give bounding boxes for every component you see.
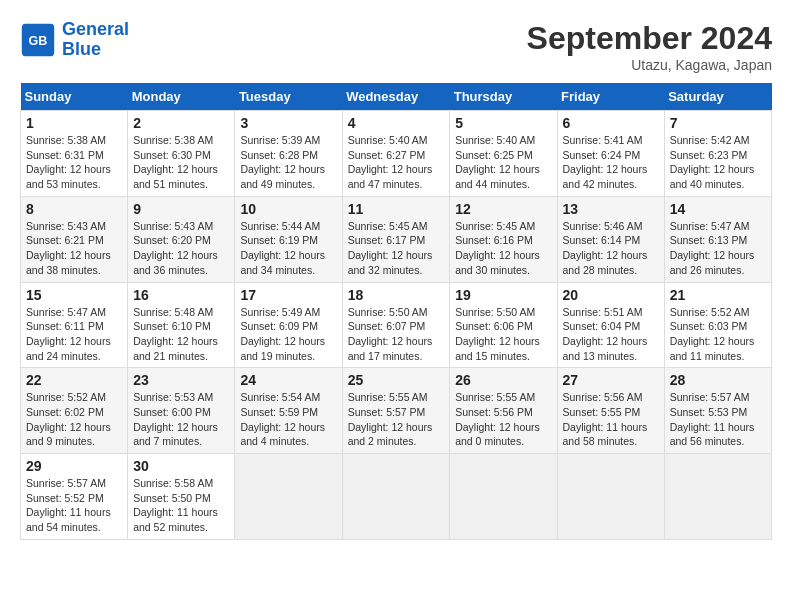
day-info: Sunrise: 5:53 AM Sunset: 6:00 PM Dayligh…: [133, 390, 229, 449]
day-info: Sunrise: 5:42 AM Sunset: 6:23 PM Dayligh…: [670, 133, 766, 192]
day-number: 8: [26, 201, 122, 217]
calendar-cell: [557, 454, 664, 540]
logo-text: General Blue: [62, 20, 129, 60]
calendar-cell: 2 Sunrise: 5:38 AM Sunset: 6:30 PM Dayli…: [128, 111, 235, 197]
calendar-cell: 10 Sunrise: 5:44 AM Sunset: 6:19 PM Dayl…: [235, 196, 342, 282]
col-header-tuesday: Tuesday: [235, 83, 342, 111]
day-number: 6: [563, 115, 659, 131]
calendar-cell: 16 Sunrise: 5:48 AM Sunset: 6:10 PM Dayl…: [128, 282, 235, 368]
day-number: 23: [133, 372, 229, 388]
calendar-cell: 12 Sunrise: 5:45 AM Sunset: 6:16 PM Dayl…: [450, 196, 557, 282]
day-number: 26: [455, 372, 551, 388]
day-number: 30: [133, 458, 229, 474]
svg-text:GB: GB: [29, 34, 48, 48]
day-info: Sunrise: 5:55 AM Sunset: 5:56 PM Dayligh…: [455, 390, 551, 449]
day-number: 3: [240, 115, 336, 131]
calendar-week-1: 1 Sunrise: 5:38 AM Sunset: 6:31 PM Dayli…: [21, 111, 772, 197]
calendar-cell: 14 Sunrise: 5:47 AM Sunset: 6:13 PM Dayl…: [664, 196, 771, 282]
day-info: Sunrise: 5:38 AM Sunset: 6:31 PM Dayligh…: [26, 133, 122, 192]
calendar-week-5: 29 Sunrise: 5:57 AM Sunset: 5:52 PM Dayl…: [21, 454, 772, 540]
day-info: Sunrise: 5:51 AM Sunset: 6:04 PM Dayligh…: [563, 305, 659, 364]
day-number: 24: [240, 372, 336, 388]
day-info: Sunrise: 5:46 AM Sunset: 6:14 PM Dayligh…: [563, 219, 659, 278]
calendar-cell: 3 Sunrise: 5:39 AM Sunset: 6:28 PM Dayli…: [235, 111, 342, 197]
calendar-cell: 27 Sunrise: 5:56 AM Sunset: 5:55 PM Dayl…: [557, 368, 664, 454]
title-block: September 2024 Utazu, Kagawa, Japan: [527, 20, 772, 73]
day-info: Sunrise: 5:41 AM Sunset: 6:24 PM Dayligh…: [563, 133, 659, 192]
day-number: 5: [455, 115, 551, 131]
calendar-week-2: 8 Sunrise: 5:43 AM Sunset: 6:21 PM Dayli…: [21, 196, 772, 282]
day-number: 21: [670, 287, 766, 303]
day-number: 9: [133, 201, 229, 217]
day-info: Sunrise: 5:40 AM Sunset: 6:27 PM Dayligh…: [348, 133, 445, 192]
day-info: Sunrise: 5:55 AM Sunset: 5:57 PM Dayligh…: [348, 390, 445, 449]
col-header-wednesday: Wednesday: [342, 83, 450, 111]
day-number: 27: [563, 372, 659, 388]
calendar-cell: 8 Sunrise: 5:43 AM Sunset: 6:21 PM Dayli…: [21, 196, 128, 282]
calendar-header-row: SundayMondayTuesdayWednesdayThursdayFrid…: [21, 83, 772, 111]
day-info: Sunrise: 5:48 AM Sunset: 6:10 PM Dayligh…: [133, 305, 229, 364]
day-number: 25: [348, 372, 445, 388]
day-info: Sunrise: 5:49 AM Sunset: 6:09 PM Dayligh…: [240, 305, 336, 364]
calendar-cell: 7 Sunrise: 5:42 AM Sunset: 6:23 PM Dayli…: [664, 111, 771, 197]
day-number: 2: [133, 115, 229, 131]
day-number: 20: [563, 287, 659, 303]
calendar-cell: 28 Sunrise: 5:57 AM Sunset: 5:53 PM Dayl…: [664, 368, 771, 454]
calendar-cell: 5 Sunrise: 5:40 AM Sunset: 6:25 PM Dayli…: [450, 111, 557, 197]
day-number: 1: [26, 115, 122, 131]
day-info: Sunrise: 5:52 AM Sunset: 6:02 PM Dayligh…: [26, 390, 122, 449]
day-number: 28: [670, 372, 766, 388]
day-number: 12: [455, 201, 551, 217]
calendar-cell: [342, 454, 450, 540]
page-header: GB General Blue September 2024 Utazu, Ka…: [20, 20, 772, 73]
day-info: Sunrise: 5:47 AM Sunset: 6:13 PM Dayligh…: [670, 219, 766, 278]
day-info: Sunrise: 5:57 AM Sunset: 5:52 PM Dayligh…: [26, 476, 122, 535]
day-number: 15: [26, 287, 122, 303]
day-number: 22: [26, 372, 122, 388]
day-info: Sunrise: 5:45 AM Sunset: 6:16 PM Dayligh…: [455, 219, 551, 278]
calendar-cell: [450, 454, 557, 540]
day-info: Sunrise: 5:54 AM Sunset: 5:59 PM Dayligh…: [240, 390, 336, 449]
calendar-cell: 9 Sunrise: 5:43 AM Sunset: 6:20 PM Dayli…: [128, 196, 235, 282]
calendar-cell: 22 Sunrise: 5:52 AM Sunset: 6:02 PM Dayl…: [21, 368, 128, 454]
day-info: Sunrise: 5:43 AM Sunset: 6:21 PM Dayligh…: [26, 219, 122, 278]
calendar-cell: 4 Sunrise: 5:40 AM Sunset: 6:27 PM Dayli…: [342, 111, 450, 197]
day-info: Sunrise: 5:38 AM Sunset: 6:30 PM Dayligh…: [133, 133, 229, 192]
col-header-friday: Friday: [557, 83, 664, 111]
calendar-cell: 11 Sunrise: 5:45 AM Sunset: 6:17 PM Dayl…: [342, 196, 450, 282]
calendar-cell: 20 Sunrise: 5:51 AM Sunset: 6:04 PM Dayl…: [557, 282, 664, 368]
day-number: 13: [563, 201, 659, 217]
col-header-sunday: Sunday: [21, 83, 128, 111]
month-title: September 2024: [527, 20, 772, 57]
location: Utazu, Kagawa, Japan: [527, 57, 772, 73]
logo-icon: GB: [20, 22, 56, 58]
day-info: Sunrise: 5:39 AM Sunset: 6:28 PM Dayligh…: [240, 133, 336, 192]
day-number: 14: [670, 201, 766, 217]
day-number: 18: [348, 287, 445, 303]
day-number: 17: [240, 287, 336, 303]
calendar-week-3: 15 Sunrise: 5:47 AM Sunset: 6:11 PM Dayl…: [21, 282, 772, 368]
calendar-cell: 18 Sunrise: 5:50 AM Sunset: 6:07 PM Dayl…: [342, 282, 450, 368]
day-number: 19: [455, 287, 551, 303]
calendar-table: SundayMondayTuesdayWednesdayThursdayFrid…: [20, 83, 772, 540]
day-info: Sunrise: 5:45 AM Sunset: 6:17 PM Dayligh…: [348, 219, 445, 278]
day-number: 11: [348, 201, 445, 217]
calendar-cell: 24 Sunrise: 5:54 AM Sunset: 5:59 PM Dayl…: [235, 368, 342, 454]
col-header-thursday: Thursday: [450, 83, 557, 111]
calendar-cell: [664, 454, 771, 540]
day-number: 16: [133, 287, 229, 303]
calendar-cell: 6 Sunrise: 5:41 AM Sunset: 6:24 PM Dayli…: [557, 111, 664, 197]
day-info: Sunrise: 5:47 AM Sunset: 6:11 PM Dayligh…: [26, 305, 122, 364]
calendar-cell: 15 Sunrise: 5:47 AM Sunset: 6:11 PM Dayl…: [21, 282, 128, 368]
calendar-cell: 29 Sunrise: 5:57 AM Sunset: 5:52 PM Dayl…: [21, 454, 128, 540]
col-header-monday: Monday: [128, 83, 235, 111]
day-info: Sunrise: 5:50 AM Sunset: 6:06 PM Dayligh…: [455, 305, 551, 364]
calendar-cell: [235, 454, 342, 540]
calendar-cell: 19 Sunrise: 5:50 AM Sunset: 6:06 PM Dayl…: [450, 282, 557, 368]
calendar-cell: 26 Sunrise: 5:55 AM Sunset: 5:56 PM Dayl…: [450, 368, 557, 454]
day-info: Sunrise: 5:57 AM Sunset: 5:53 PM Dayligh…: [670, 390, 766, 449]
day-info: Sunrise: 5:56 AM Sunset: 5:55 PM Dayligh…: [563, 390, 659, 449]
calendar-cell: 13 Sunrise: 5:46 AM Sunset: 6:14 PM Dayl…: [557, 196, 664, 282]
logo: GB General Blue: [20, 20, 129, 60]
calendar-week-4: 22 Sunrise: 5:52 AM Sunset: 6:02 PM Dayl…: [21, 368, 772, 454]
